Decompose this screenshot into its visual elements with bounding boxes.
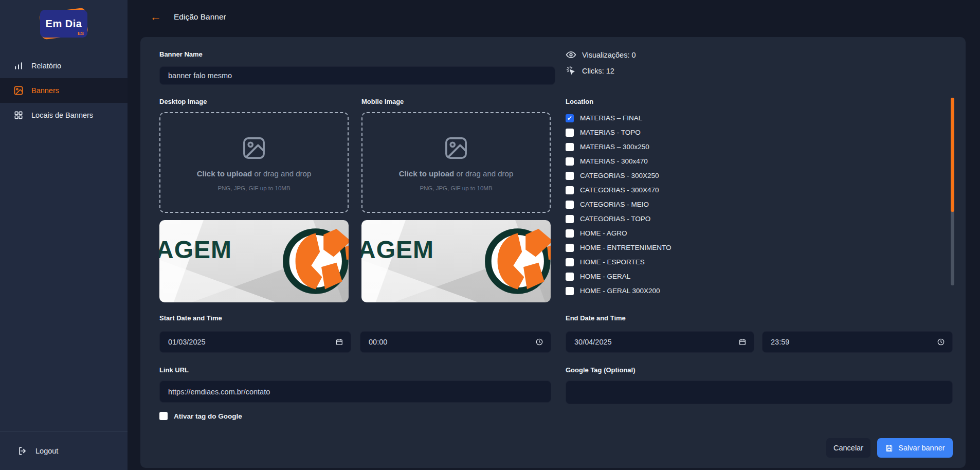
end-date-input[interactable]: 30/04/2025 xyxy=(566,331,754,353)
start-time-value: 00:00 xyxy=(369,338,387,346)
checkbox-unchecked[interactable] xyxy=(566,172,574,180)
views-stat: Visualizações: 0 xyxy=(566,49,636,60)
location-option-label: CATEGORIAS - 300X470 xyxy=(580,186,659,194)
location-option[interactable]: HOME - GERAL xyxy=(566,270,672,282)
location-option[interactable]: HOME - GERAL 300X200 xyxy=(566,285,672,297)
calendar-icon[interactable] xyxy=(738,338,747,346)
location-option[interactable]: ✓MATERIAS – FINAL xyxy=(566,112,672,124)
checkbox-unchecked[interactable] xyxy=(566,244,574,252)
save-banner-button[interactable]: Salvar banner xyxy=(877,438,953,458)
sidebar-item-label: Banners xyxy=(31,86,59,95)
location-option[interactable]: HOME - ENTRETENIMENTO xyxy=(566,242,672,254)
desktop-image-label: Desktop Image xyxy=(159,98,207,105)
end-datetime-label: End Date and Time xyxy=(566,314,626,322)
location-option[interactable]: HOME - ESPORTES xyxy=(566,256,672,268)
upload-secondary-text: or drag and drop xyxy=(454,169,513,178)
location-option-label: CATEGORIAS - MEIO xyxy=(580,201,649,208)
desktop-banner-preview-image: AGEM xyxy=(159,220,349,302)
upload-secondary-text: or drag and drop xyxy=(252,169,311,178)
clicks-text: Clicks: 12 xyxy=(582,67,614,75)
sidebar-item-label: Relatório xyxy=(31,62,61,70)
logout-button[interactable]: Logout xyxy=(0,446,76,456)
location-option[interactable]: CATEGORIAS - MEIO xyxy=(566,198,672,210)
panel-scrollbar-track[interactable] xyxy=(951,98,954,285)
sidebar-nav: RelatórioBannersLocais de Banners xyxy=(0,53,128,128)
sidebar-item-locais-de-banners[interactable]: Locais de Banners xyxy=(0,103,128,128)
grid-icon xyxy=(13,110,24,120)
sidebar-item-banners[interactable]: Banners xyxy=(0,78,128,103)
banner-name-input[interactable] xyxy=(159,66,555,85)
location-option[interactable]: CATEGORIAS - 300X470 xyxy=(566,184,672,196)
checkbox-unchecked[interactable] xyxy=(159,412,168,420)
bar-chart-icon xyxy=(13,61,24,71)
click-cursor-icon xyxy=(566,65,576,76)
location-option-label: MATERIAS – FINAL xyxy=(580,114,642,122)
mobile-image-label: Mobile Image xyxy=(361,98,404,105)
checkbox-unchecked[interactable] xyxy=(566,157,574,166)
back-arrow-icon[interactable]: ← xyxy=(150,11,161,23)
sidebar-footer: Logout xyxy=(0,431,128,470)
clock-icon[interactable] xyxy=(937,338,945,346)
sidebar-item-label: Locais de Banners xyxy=(31,111,93,119)
start-date-value: 01/03/2025 xyxy=(168,338,206,346)
checkbox-unchecked[interactable] xyxy=(566,129,574,137)
start-time-input[interactable]: 00:00 xyxy=(360,331,551,353)
location-option-label: MATERIAS – 300x250 xyxy=(580,143,649,151)
location-option[interactable]: MATERIAS – 300x250 xyxy=(566,141,672,153)
location-option-label: HOME - ESPORTES xyxy=(580,258,645,266)
panel-scrollbar-thumb[interactable] xyxy=(951,98,954,212)
checkbox-unchecked[interactable] xyxy=(566,287,574,295)
logo-subtext: ES xyxy=(78,31,84,36)
google-tag-toggle[interactable]: Ativar tag do Google xyxy=(159,412,242,420)
calendar-icon[interactable] xyxy=(335,338,343,346)
checkbox-unchecked[interactable] xyxy=(566,201,574,209)
upload-primary-text: Click to upload xyxy=(399,169,455,178)
clock-icon[interactable] xyxy=(535,338,543,346)
start-date-input[interactable]: 01/03/2025 xyxy=(159,331,351,353)
logo-badge: Em Dia ES xyxy=(40,10,87,38)
save-floppy-icon xyxy=(885,444,894,453)
location-option[interactable]: HOME - AGRO xyxy=(566,227,672,239)
checkbox-unchecked[interactable] xyxy=(566,143,574,151)
google-tag-toggle-label: Ativar tag do Google xyxy=(174,412,242,420)
preview-agem-text: AGEM xyxy=(159,236,232,264)
eye-icon xyxy=(566,49,576,60)
logout-label: Logout xyxy=(35,447,58,455)
checkbox-checked[interactable]: ✓ xyxy=(566,114,574,122)
location-option[interactable]: MATERIAS - TOPO xyxy=(566,126,672,138)
location-option-label: HOME - ENTRETENIMENTO xyxy=(580,244,672,251)
image-icon xyxy=(13,85,24,96)
location-option-label: CATEGORIAS - 300X250 xyxy=(580,172,659,179)
cancel-button[interactable]: Cancelar xyxy=(826,438,870,458)
end-time-input[interactable]: 23:59 xyxy=(762,331,953,353)
checkbox-unchecked[interactable] xyxy=(566,215,574,223)
end-date-value: 30/04/2025 xyxy=(574,338,612,346)
mobile-upload-dropzone[interactable]: Click to upload or drag and drop PNG, JP… xyxy=(361,112,551,213)
app-logo: Em Dia ES xyxy=(0,0,128,47)
location-option[interactable]: CATEGORIAS - TOPO xyxy=(566,213,672,225)
sidebar-item-relat-rio[interactable]: Relatório xyxy=(0,53,128,78)
preview-agem-text: AGEM xyxy=(361,236,434,264)
location-option[interactable]: MATERIAS - 300x470 xyxy=(566,155,672,167)
clicks-stat: Clicks: 12 xyxy=(566,65,636,76)
google-tag-input[interactable] xyxy=(566,381,953,404)
preview-logo-graphic xyxy=(484,224,551,298)
upload-hint-text: PNG, JPG, GIF up to 10MB xyxy=(217,185,290,191)
views-text: Visualizações: 0 xyxy=(582,51,636,59)
location-option[interactable]: CATEGORIAS - 300X250 xyxy=(566,170,672,182)
logo-text: Em Dia xyxy=(46,18,82,30)
end-time-value: 23:59 xyxy=(771,338,789,346)
logout-icon xyxy=(17,446,28,456)
location-label: Location xyxy=(566,98,593,105)
link-url-input[interactable] xyxy=(159,381,551,403)
location-option-label: HOME - GERAL 300X200 xyxy=(580,287,660,295)
checkbox-unchecked[interactable] xyxy=(566,186,574,194)
desktop-upload-dropzone[interactable]: Click to upload or drag and drop PNG, JP… xyxy=(159,112,349,213)
checkbox-unchecked[interactable] xyxy=(566,273,574,281)
banner-stats: Visualizações: 0 Clicks: 12 xyxy=(566,49,636,76)
page-title: Edição Banner xyxy=(174,12,226,22)
checkbox-unchecked[interactable] xyxy=(566,258,574,266)
checkbox-unchecked[interactable] xyxy=(566,229,574,238)
upload-hint-text: PNG, JPG, GIF up to 10MB xyxy=(420,185,492,191)
mobile-banner-preview-image: AGEM xyxy=(361,220,551,302)
